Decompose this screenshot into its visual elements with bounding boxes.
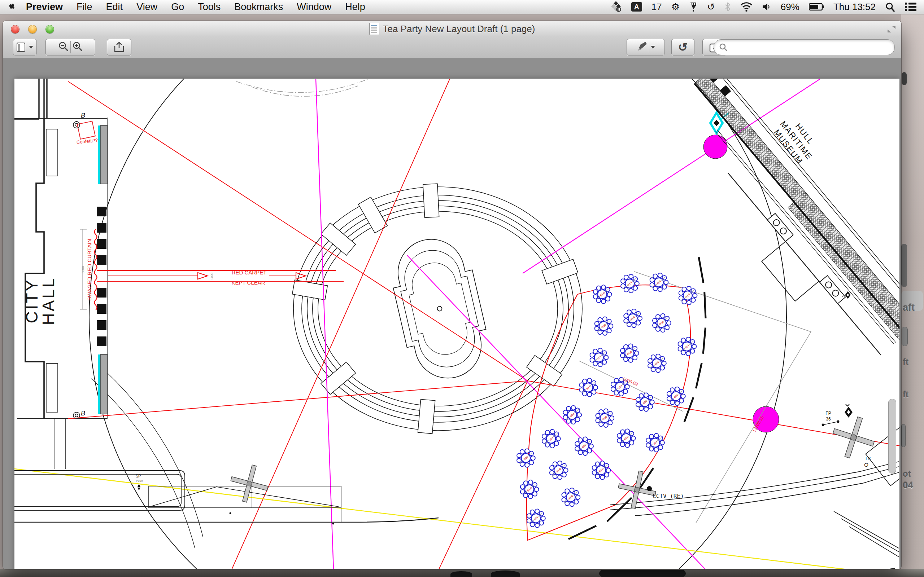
desktop-strip: aftftftot04 (901, 14, 924, 577)
annotate-button[interactable] (627, 39, 665, 56)
red-curtain-wavy-line (95, 229, 97, 310)
pdf-page[interactable]: 9149149149149149149149149149149149149149… (15, 79, 900, 569)
tea-table: 914 (588, 457, 614, 483)
city-hall (15, 79, 108, 469)
tea-table: 914 (644, 350, 670, 376)
fullscreen-icon[interactable] (887, 25, 896, 35)
dock-item-fragment[interactable] (451, 571, 472, 577)
tea-table: 914 (649, 310, 675, 336)
sync-icon[interactable] (611, 2, 622, 12)
document-icon (369, 23, 380, 35)
column-squares (97, 206, 107, 346)
plan-label: SP (136, 474, 141, 478)
dock-item-fragment[interactable] (491, 571, 520, 577)
plan-label: TS (865, 456, 871, 461)
sp-arrows (137, 484, 141, 490)
title-bar[interactable]: Tea Party New Layout Draft (1 page) (3, 21, 901, 37)
dock-item-fragment[interactable] (599, 570, 686, 577)
menu-clock[interactable]: Thu 13:52 (834, 2, 876, 13)
menu-item-edit[interactable]: Edit (106, 2, 123, 13)
notification-center-icon[interactable] (905, 2, 917, 11)
bluetooth-icon[interactable] (724, 2, 731, 12)
red-carpet (97, 271, 344, 281)
lamp-post-crosses (226, 411, 880, 512)
tea-table: 914 (538, 425, 564, 451)
desktop-icon-label[interactable]: aft (903, 302, 914, 313)
fountain (384, 231, 495, 387)
tea-table: 914 (575, 374, 601, 400)
menu-bar: Preview File Edit View Go Tools Bookmark… (0, 0, 924, 15)
plan-label: FP (825, 411, 831, 416)
desktop-icon-fragment[interactable] (901, 424, 906, 447)
tea-party-tables: 9149149149149149149149149149149149149149… (513, 269, 701, 531)
plan-label: CCTV (RE) (653, 493, 684, 500)
tea-table: 914 (646, 269, 672, 295)
spotlight-icon[interactable] (885, 2, 895, 12)
zoom-buttons[interactable] (45, 39, 95, 56)
plaza-roads (15, 427, 900, 569)
window-title: Tea Party New Layout Draft (1 page) (383, 23, 535, 35)
plan-label: B (81, 112, 85, 119)
stage-bars (98, 126, 108, 414)
desktop-icon-fragment[interactable] (901, 72, 907, 85)
adobe-updater-icon[interactable]: A (631, 2, 642, 11)
desktop-icon-label[interactable]: 04 (903, 480, 913, 491)
plan-label: P089 (136, 479, 143, 482)
desktop-icon-fragment[interactable] (901, 327, 908, 346)
menu-item-file[interactable]: File (76, 2, 92, 13)
volume-icon[interactable] (762, 2, 771, 11)
menu-item-help[interactable]: Help (345, 2, 365, 13)
plan-label: CITY (23, 279, 41, 324)
tea-table: 914 (590, 281, 615, 307)
menu-item-tools[interactable]: Tools (198, 2, 221, 13)
desktop-icon-fragment[interactable] (901, 244, 907, 287)
amphitheatre-ramps (292, 184, 578, 434)
red-lines (68, 79, 900, 569)
plan-label: O (864, 462, 868, 468)
marker-pen-icon (637, 41, 648, 53)
tea-table: 914 (517, 476, 543, 502)
tea-table: 914 (632, 389, 658, 415)
plan-label: 36 (826, 416, 831, 422)
search-field[interactable] (714, 39, 895, 55)
tea-table: 914 (546, 457, 572, 483)
yellow-line (15, 469, 898, 569)
toolbar: ↺ (3, 37, 901, 58)
desktop-icon-label[interactable]: ot (903, 469, 911, 479)
share-button[interactable] (107, 39, 131, 56)
tea-table: 914 (571, 433, 597, 459)
zoom-out-icon[interactable] (58, 41, 69, 53)
tea-table: 914 (559, 402, 585, 428)
desktop-icon-label[interactable]: ft (903, 390, 908, 400)
tea-table: 914 (617, 340, 643, 366)
cctv-dot (647, 486, 652, 491)
gear-menu-icon[interactable]: ⚙ (671, 2, 680, 13)
battery-icon[interactable] (809, 3, 824, 11)
tea-table: 914 (613, 425, 639, 451)
preview-window: Tea Party New Layout Draft (1 page) ↺ (3, 21, 901, 569)
menu-item-view[interactable]: View (136, 2, 157, 13)
menu-item-go[interactable]: Go (171, 2, 184, 13)
plan-labels: CITYHALLBBConfetti??SWAGED RED CURTAIN36… (23, 112, 871, 500)
search-input[interactable] (731, 42, 889, 53)
document-viewport[interactable]: 9149149149149149149149149149149149149149… (3, 58, 901, 569)
wifi-icon[interactable] (740, 2, 753, 11)
plan-label: B (81, 410, 85, 417)
apple-menu-icon[interactable] (9, 3, 16, 11)
rotate-left-button[interactable]: ↺ (671, 39, 695, 56)
sidebar-button[interactable] (13, 39, 37, 56)
plan-label: 1000 (210, 272, 214, 280)
menu-item-window[interactable]: Window (297, 2, 331, 13)
site-plan-drawing: 9149149149149149149149149149149149149149… (15, 79, 900, 569)
tea-table: 914 (675, 282, 701, 308)
time-machine-icon[interactable]: ↺ (707, 2, 715, 13)
vertical-scrollbar-thumb[interactable] (888, 399, 896, 474)
search-icon (719, 43, 728, 52)
status-icons: A 17 ⚙ ↺ 69% Thu 13:52 (611, 2, 924, 13)
desktop-icon-label[interactable]: ft (903, 357, 908, 367)
zoom-in-icon[interactable] (72, 41, 83, 53)
menu-item-preview[interactable]: Preview (26, 2, 63, 13)
menu-item-bookmarks[interactable]: Bookmarks (234, 2, 283, 13)
museum-street (646, 79, 900, 375)
crashplan-icon[interactable] (689, 2, 698, 12)
